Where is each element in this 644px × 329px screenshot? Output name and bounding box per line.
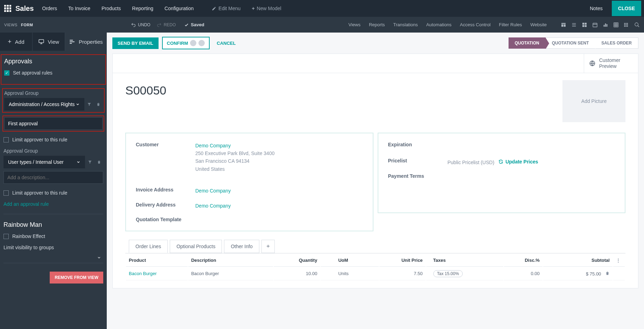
expiration-label: Expiration: [388, 142, 448, 147]
graph-view-icon[interactable]: [603, 22, 608, 28]
invoice-address-link[interactable]: Demo Company: [195, 188, 231, 194]
limit-approver-checkbox-2[interactable]: Limit approver to this rule: [4, 190, 103, 196]
tab-optional-products[interactable]: Optional Products: [170, 240, 222, 253]
menu-products[interactable]: Products: [102, 6, 121, 11]
customer-label: Customer: [136, 142, 195, 147]
product-link[interactable]: Bacon Burger: [129, 271, 157, 276]
search-view-icon[interactable]: [634, 22, 640, 28]
row-trash-icon[interactable]: [605, 271, 610, 276]
kebab-icon[interactable]: ⋮: [616, 258, 621, 263]
tab-order-lines[interactable]: Order Lines: [129, 240, 168, 253]
center-website[interactable]: Website: [530, 22, 547, 27]
stage-bar: QUOTATION QUOTATION SENT SALES ORDER: [509, 37, 638, 49]
cell-unit-price: 7.50: [379, 267, 426, 280]
remove-from-view-button[interactable]: REMOVE FROM VIEW: [50, 272, 103, 284]
delivery-address-link[interactable]: Demo Company: [195, 203, 231, 209]
stage-quotation[interactable]: QUOTATION: [509, 37, 546, 49]
center-reports[interactable]: Reports: [369, 22, 385, 27]
svg-rect-6: [582, 23, 584, 24]
svg-rect-38: [70, 43, 72, 44]
approval-group-label-1: Approval Group: [4, 90, 103, 96]
calendar-view-icon[interactable]: [592, 22, 598, 28]
redo-button[interactable]: REDO: [157, 22, 176, 27]
update-prices-label: Update Prices: [505, 158, 538, 166]
limit-approver-label-2: Limit approver to this rule: [12, 190, 67, 196]
pricelist-label: Pricelist: [388, 158, 448, 163]
pivot-view-icon[interactable]: [613, 22, 619, 28]
limit-approver-checkbox-1[interactable]: Limit approver to this rule: [4, 137, 103, 142]
add-approval-rule-link[interactable]: Add an approval rule: [4, 201, 103, 207]
stage-sales-order[interactable]: SALES ORDER: [595, 37, 638, 49]
topbar: Sales Orders To Invoice Products Reporti…: [0, 0, 644, 17]
customer-link[interactable]: Demo Company: [195, 143, 231, 148]
left-panel: Customer Demo Company 250 Executive Park…: [125, 133, 373, 231]
filter-icon[interactable]: [87, 102, 93, 106]
set-approval-rules-checkbox[interactable]: ✓ Set approval rules: [4, 70, 103, 76]
limit-approver-label-1: Limit approver to this rule: [12, 137, 67, 142]
stage-quotation-sent[interactable]: QUOTATION SENT: [546, 37, 595, 49]
edit-menu-button[interactable]: Edit Menu: [212, 6, 240, 11]
saved-label: Saved: [191, 22, 204, 27]
tab-other-info[interactable]: Other Info: [224, 240, 259, 253]
svg-rect-33: [39, 40, 44, 43]
invoice-address-label: Invoice Address: [136, 187, 195, 192]
filter-icon[interactable]: [88, 160, 94, 164]
add-picture-button[interactable]: Add Picture: [562, 80, 625, 122]
sidebar: + Add View Properties Approvals ✓ Set ap…: [0, 33, 107, 329]
menu-reporting[interactable]: Reporting: [132, 6, 153, 11]
activity-view-icon[interactable]: [624, 22, 629, 28]
approval-group-select-2[interactable]: User types / Internal User: [4, 156, 85, 168]
form-view-icon[interactable]: [561, 22, 566, 28]
confirm-label: CONFIRM: [167, 41, 188, 46]
center-translations[interactable]: Translations: [393, 22, 418, 27]
limit-visibility-select[interactable]: [4, 252, 103, 263]
kanban-view-icon[interactable]: [582, 22, 587, 28]
close-button[interactable]: CLOSE: [612, 1, 641, 16]
sidebar-tab-properties[interactable]: Properties: [65, 33, 107, 51]
menu-configuration[interactable]: Configuration: [164, 6, 194, 11]
approval-description-input-2[interactable]: [4, 171, 103, 184]
customer-preview-button[interactable]: Customer Preview: [584, 54, 638, 73]
tab-add-button[interactable]: ＋: [261, 240, 275, 253]
trash-icon[interactable]: [96, 102, 103, 106]
menu-to-invoice[interactable]: To Invoice: [68, 6, 90, 11]
center-automations[interactable]: Automations: [426, 22, 451, 27]
update-prices-button[interactable]: Update Prices: [498, 158, 538, 166]
tax-badge[interactable]: Tax 15.00%: [433, 270, 463, 277]
undo-icon: [131, 22, 136, 27]
sidebar-tab-add[interactable]: + Add: [0, 33, 33, 51]
center-access-control[interactable]: Access Control: [460, 22, 490, 27]
apps-grid-icon[interactable]: [4, 5, 11, 12]
crumb-views[interactable]: VIEWS: [4, 23, 18, 27]
th-description: Description: [188, 254, 273, 267]
table-row[interactable]: Bacon Burger Bacon Burger 10.00 Units 7.…: [126, 267, 625, 280]
svg-rect-17: [614, 23, 618, 27]
rainbow-effect-checkbox[interactable]: Rainbow Effect: [4, 233, 103, 239]
sidebar-tab-view[interactable]: View: [33, 33, 65, 51]
pricelist-value: Public Pricelist (USD): [448, 160, 495, 165]
breadcrumb: VIEWS FORM: [4, 23, 33, 27]
cancel-button[interactable]: CANCEL: [212, 38, 240, 49]
menu-orders[interactable]: Orders: [42, 6, 57, 11]
app-brand[interactable]: Sales: [15, 5, 34, 13]
rainbow-title: Rainbow Man: [4, 221, 103, 229]
new-model-button[interactable]: + New Model: [252, 6, 281, 11]
svg-rect-30: [627, 26, 628, 27]
list-view-icon[interactable]: [571, 22, 577, 28]
crumb-form[interactable]: FORM: [21, 23, 33, 27]
trash-icon[interactable]: [97, 160, 103, 164]
svg-rect-8: [582, 25, 584, 27]
customer-addr-3: United States: [195, 166, 225, 172]
undo-button[interactable]: UNDO: [131, 22, 150, 27]
notes-button[interactable]: Notes: [586, 6, 606, 11]
monitor-icon: [38, 38, 44, 45]
svg-rect-0: [561, 23, 566, 24]
center-views[interactable]: Views: [349, 22, 360, 27]
cell-quantity: 10.00: [274, 267, 320, 280]
approval-group-select-1[interactable]: Administration / Access Rights: [4, 98, 84, 111]
center-filter-rules[interactable]: Filter Rules: [499, 22, 522, 27]
approval-description-input-1[interactable]: [4, 117, 103, 130]
send-email-button[interactable]: SEND BY EMAIL: [112, 37, 159, 49]
confirm-button[interactable]: CONFIRM: [162, 37, 210, 49]
svg-rect-25: [624, 24, 625, 25]
